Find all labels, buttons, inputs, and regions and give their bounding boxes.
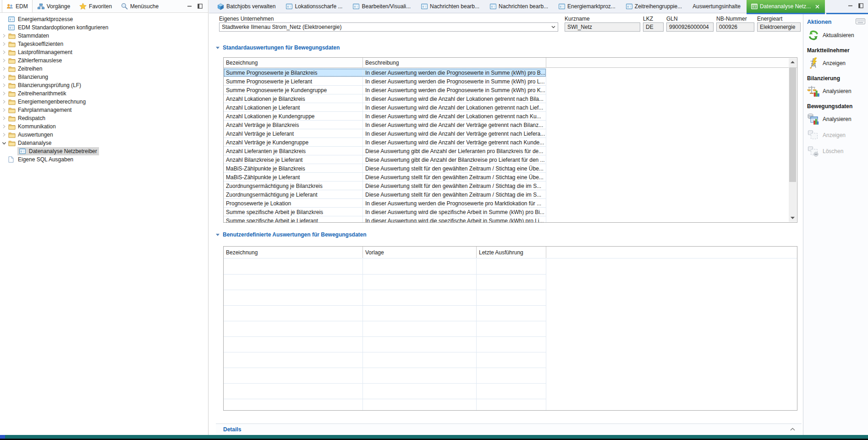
chevron-right-icon[interactable] bbox=[1, 116, 6, 121]
tree-item[interactable]: Energiemengenberechnung bbox=[0, 98, 208, 106]
sidebar-tab[interactable]: EDM bbox=[2, 0, 33, 12]
tree-item[interactable]: Kommunikation bbox=[0, 122, 208, 131]
sidebar-tab[interactable]: Favoriten bbox=[75, 0, 116, 12]
keyboard-icon[interactable] bbox=[856, 18, 865, 26]
company-select[interactable]: Stadtwerke Ilmenau Strom_Netz (Elektroen… bbox=[219, 22, 558, 32]
sidebar-tab[interactable]: Menüsuche bbox=[117, 0, 163, 12]
tree-item[interactable]: EDM Standardoptionen konfigurieren bbox=[0, 23, 208, 32]
document-tab[interactable]: Energiemarktproz... bbox=[554, 0, 620, 13]
tree-item[interactable]: Bilanzierungsprüfung (LF) bbox=[0, 81, 208, 89]
column-header-bezeichnung[interactable]: Bezeichnung bbox=[224, 247, 363, 258]
table-row[interactable]: Zuordnungsermächtigung je Lieferant Dies… bbox=[224, 190, 797, 199]
document-tab[interactable]: Nachrichten bearb... bbox=[485, 0, 553, 13]
chevron-right-icon[interactable] bbox=[1, 124, 6, 129]
tree-item[interactable]: Lastprofilmanagement bbox=[0, 48, 208, 56]
tree-item-label: Stammdaten bbox=[18, 33, 49, 39]
restore-window-icon[interactable] bbox=[858, 3, 863, 10]
details-label[interactable]: Details bbox=[223, 426, 241, 433]
table-row[interactable]: MaBiS-Zählpunkte je Bilanzkreis Diese Au… bbox=[224, 164, 797, 173]
gln-value[interactable]: 9900926000004 bbox=[666, 22, 714, 32]
document-tab[interactable]: Lokationsscharfe ... bbox=[281, 0, 347, 13]
action-button[interactable]: Löschen bbox=[807, 144, 866, 158]
tree-item[interactable]: Redispatch bbox=[0, 114, 208, 122]
folder-icon bbox=[8, 50, 16, 55]
table-row[interactable]: Summe Prognosewerte je Kundengruppe In d… bbox=[224, 86, 797, 94]
table-row[interactable]: Zuordnungsermächtigung je Bilanzkreis Di… bbox=[224, 182, 797, 190]
document-tab[interactable]: Bearbeiten/Visuali... bbox=[348, 0, 415, 13]
tree-item[interactable]: Tageskoeffizienten bbox=[0, 40, 208, 48]
tree-item[interactable]: Stammdaten bbox=[0, 32, 208, 40]
action-button[interactable]: Anzeigen bbox=[807, 128, 866, 142]
chevron-right-icon[interactable] bbox=[1, 83, 6, 88]
standard-table-header: Bezeichnung Beschreibung bbox=[224, 58, 797, 68]
tree-item[interactable]: Datenanalyse bbox=[0, 139, 208, 147]
action-button[interactable]: Anzeigen bbox=[807, 56, 866, 70]
column-header-vorlage[interactable]: Vorlage bbox=[363, 247, 477, 258]
chevron-right-icon[interactable] bbox=[1, 108, 6, 112]
column-header-beschreibung[interactable]: Beschreibung bbox=[363, 58, 546, 67]
nb-nummer-value[interactable]: 000926 bbox=[716, 22, 754, 32]
action-button[interactable]: Analysieren bbox=[807, 84, 866, 98]
table-row[interactable]: MaBiS-Zählpunkte je Lieferant Diese Ausw… bbox=[224, 173, 797, 182]
action-button[interactable]: Analysieren bbox=[807, 112, 866, 126]
document-tab[interactable]: Auswertungsinhalte bbox=[688, 0, 745, 13]
energieart-value[interactable]: Elektroenergie bbox=[757, 22, 801, 32]
chevron-right-icon[interactable] bbox=[1, 33, 6, 38]
kurzname-value[interactable]: SWI_Netz bbox=[565, 22, 640, 32]
tree-item[interactable]: Fahrplanmanagement bbox=[0, 106, 208, 114]
standard-section-header[interactable]: Standardauswertungen für Bewegungsdaten bbox=[216, 44, 340, 51]
custom-section-header[interactable]: Benutzerdefinierte Auswertungen für Bewe… bbox=[216, 231, 367, 238]
chevron-down-icon[interactable] bbox=[549, 26, 555, 28]
table-row[interactable]: Summe Prognosewerte je Lieferant In dies… bbox=[224, 77, 797, 86]
chevron-right-icon[interactable] bbox=[1, 75, 6, 79]
chevron-right-icon[interactable] bbox=[1, 66, 6, 71]
tree-item[interactable]: Zeitreihenarithmetik bbox=[0, 89, 208, 98]
chevron-right-icon[interactable] bbox=[1, 91, 6, 96]
close-icon[interactable] bbox=[814, 4, 820, 10]
table-row[interactable]: Anzahl Verträge je Kundengruppe In diese… bbox=[224, 138, 797, 147]
form-icon bbox=[490, 4, 496, 9]
scrollbar-thumb[interactable] bbox=[789, 67, 796, 182]
table-row[interactable]: Prognosewerte je Lokation In dieser Ausw… bbox=[224, 199, 797, 208]
scroll-up-icon[interactable] bbox=[789, 58, 797, 66]
tree-item[interactable]: Bilanzierung bbox=[0, 73, 208, 81]
document-tab[interactable]: Nachrichten bearb... bbox=[417, 0, 484, 13]
minimize-window-icon[interactable] bbox=[848, 3, 853, 10]
column-header-letzte-ausfuehrung[interactable]: Letzte Ausführung bbox=[477, 247, 546, 258]
company-header: Eigenes Unternehmen Stadtwerke Ilmenau S… bbox=[219, 16, 801, 32]
document-tab[interactable]: Zeitreihengruppie... bbox=[621, 0, 687, 13]
tree-item[interactable]: Datenanalyse Netzbetreiber bbox=[0, 147, 208, 155]
chevron-up-icon[interactable] bbox=[788, 426, 797, 433]
table-row[interactable]: Anzahl Bilanzkreise je Lieferant Diese A… bbox=[224, 155, 797, 164]
tree-item[interactable]: Auswertungen bbox=[0, 131, 208, 139]
column-header-bezeichnung[interactable]: Bezeichnung bbox=[224, 58, 363, 67]
chevron-right-icon[interactable] bbox=[1, 42, 6, 46]
table-row[interactable]: Summe Prognosewerte je Bilanzkreis In di… bbox=[224, 68, 797, 77]
chevron-down-icon[interactable] bbox=[1, 141, 6, 145]
document-tab[interactable]: Datenanalyse Netz... bbox=[747, 0, 825, 13]
table-row[interactable]: Anzahl Lokationen je Kundengruppe In die… bbox=[224, 112, 797, 121]
sidebar-tab[interactable]: Vorgänge bbox=[33, 0, 74, 12]
table-row[interactable]: Summe spezifische Arbeit je Lieferant In… bbox=[224, 216, 797, 222]
dock-panel-icon[interactable] bbox=[198, 4, 203, 9]
table-row[interactable]: Anzahl Lokationen je Lieferant In dieser… bbox=[224, 103, 797, 112]
tree-item[interactable]: Zeitreihen bbox=[0, 65, 208, 73]
table-row[interactable]: Anzahl Verträge je Lieferant In dieser A… bbox=[224, 129, 797, 138]
table-row[interactable]: Anzahl Lokationen je Bilanzkreis In dies… bbox=[224, 94, 797, 103]
chevron-right-icon[interactable] bbox=[1, 50, 6, 55]
document-tab[interactable]: Batchjobs verwalten bbox=[213, 0, 280, 13]
tree-item[interactable]: Eigene SQL Ausgaben bbox=[0, 155, 208, 164]
tree-item[interactable]: Energiemarktprozesse bbox=[0, 15, 208, 23]
minimize-panel-icon[interactable] bbox=[187, 4, 192, 9]
table-row[interactable]: Anzahl Verträge je Bilanzkreis In dieser… bbox=[224, 121, 797, 129]
chevron-right-icon[interactable] bbox=[1, 132, 6, 137]
action-button[interactable]: Aktualisieren bbox=[807, 28, 866, 42]
table-row[interactable]: Anzahl Lieferanten je Bilanzkreis Diese … bbox=[224, 147, 797, 155]
lkz-value[interactable]: DE bbox=[643, 22, 664, 32]
tree-item[interactable]: Zählerfernauslese bbox=[0, 56, 208, 65]
table-row[interactable]: Summe spezifische Arbeit je Bilanzkreis … bbox=[224, 208, 797, 216]
chevron-right-icon[interactable] bbox=[1, 58, 6, 63]
table-scrollbar[interactable] bbox=[789, 58, 797, 222]
scroll-down-icon[interactable] bbox=[789, 214, 797, 222]
chevron-right-icon[interactable] bbox=[1, 99, 6, 104]
